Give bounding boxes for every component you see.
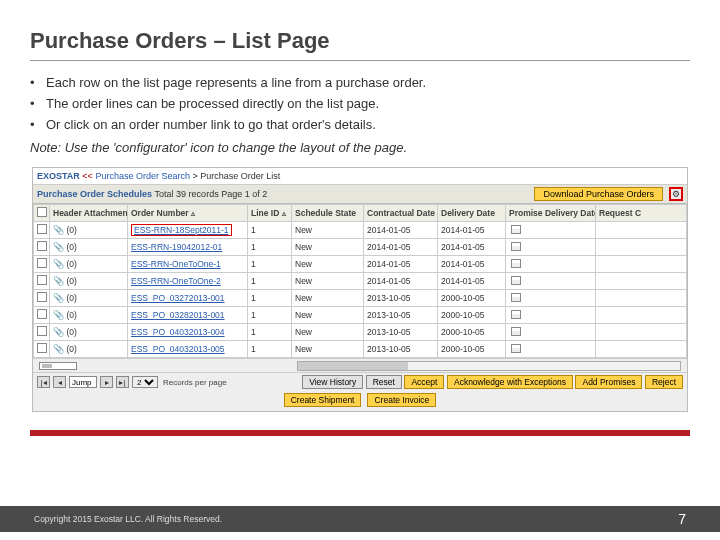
table-row: 📎 (0)ESS-RRN-OneToOne-21New2014-01-05201… <box>34 273 687 290</box>
table-row: 📎 (0)ESS_PO_03272013-0011New2013-10-0520… <box>34 290 687 307</box>
col-header[interactable]: Contractual Date <box>364 205 438 222</box>
row-checkbox[interactable] <box>37 309 47 319</box>
calendar-icon[interactable] <box>511 344 521 353</box>
promise-date-cell[interactable] <box>506 239 596 256</box>
bullet-text: Or click on an order number link to go t… <box>46 117 376 132</box>
attachment-icon[interactable]: 📎 <box>53 225 64 235</box>
page-label: Page <box>221 189 242 199</box>
back-arrows[interactable]: << <box>82 171 93 181</box>
table-row: 📎 (0)ESS_PO_04032013-0041New2013-10-0520… <box>34 324 687 341</box>
schedule-state: New <box>292 256 364 273</box>
promise-date-cell[interactable] <box>506 307 596 324</box>
attachment-icon[interactable]: 📎 <box>53 259 64 269</box>
order-number-link[interactable]: ESS-RRN-OneToOne-2 <box>131 276 221 286</box>
promise-date-cell[interactable] <box>506 256 596 273</box>
col-header[interactable]: Delivery Date <box>438 205 506 222</box>
request-cell <box>596 290 687 307</box>
table-row: 📎 (0)ESS-RRN-OneToOne-11New2014-01-05201… <box>34 256 687 273</box>
row-checkbox[interactable] <box>37 326 47 336</box>
request-cell <box>596 324 687 341</box>
attachment-icon[interactable]: 📎 <box>53 344 64 354</box>
records-per-page-select[interactable]: 20 <box>132 376 158 388</box>
attachment-icon[interactable]: 📎 <box>53 276 64 286</box>
attachment-icon[interactable]: 📎 <box>53 242 64 252</box>
row-checkbox[interactable] <box>37 292 47 302</box>
promise-date-cell[interactable] <box>506 273 596 290</box>
calendar-icon[interactable] <box>511 242 521 251</box>
schedule-state: New <box>292 324 364 341</box>
promise-date-cell[interactable] <box>506 341 596 358</box>
title-bar: Purchase Order Schedules Total 39 record… <box>33 185 687 204</box>
attachment-icon[interactable]: 📎 <box>53 293 64 303</box>
pager-row: |◂ ◂ ▸ ▸| 20 Records per page View Histo… <box>33 372 687 391</box>
next-page-button[interactable]: ▸ <box>100 376 113 388</box>
table-row: 📎 (0)ESS-RRN-18Sept2011-11New2014-01-052… <box>34 222 687 239</box>
row-checkbox[interactable] <box>37 275 47 285</box>
page-jump-input[interactable] <box>69 376 97 388</box>
order-number-link[interactable]: ESS_PO_03282013-001 <box>131 310 225 320</box>
row-checkbox[interactable] <box>37 241 47 251</box>
delivery-date: 2000-10-05 <box>438 290 506 307</box>
acknowledge-with-exceptions-button[interactable]: Acknowledge with Exceptions <box>447 375 573 389</box>
calendar-icon[interactable] <box>511 225 521 234</box>
download-button[interactable]: Download Purchase Orders <box>534 187 663 201</box>
attachment-count: (0) <box>66 310 76 320</box>
horizontal-scroll[interactable] <box>33 358 687 372</box>
col-header[interactable]: Schedule State <box>292 205 364 222</box>
col-header[interactable]: Line ID ▵ <box>248 205 292 222</box>
promise-date-cell[interactable] <box>506 222 596 239</box>
scroll-track[interactable] <box>297 361 681 371</box>
promise-date-cell[interactable] <box>506 324 596 341</box>
footer-bar: Copyright 2015 Exostar LLC. All Rights R… <box>0 506 720 532</box>
line-id: 1 <box>248 341 292 358</box>
calendar-icon[interactable] <box>511 327 521 336</box>
total-label: Total <box>155 189 174 199</box>
contractual-date: 2013-10-05 <box>364 324 438 341</box>
contractual-date: 2014-01-05 <box>364 256 438 273</box>
calendar-icon[interactable] <box>511 293 521 302</box>
calendar-icon[interactable] <box>511 259 521 268</box>
row-checkbox[interactable] <box>37 224 47 234</box>
col-header[interactable]: Header Attachment <box>50 205 128 222</box>
accent-bar <box>30 430 690 436</box>
col-header[interactable]: Order Number ▵ <box>128 205 248 222</box>
breadcrumb: EXOSTAR << Purchase Order Search > Purch… <box>33 168 687 185</box>
attachment-icon[interactable]: 📎 <box>53 327 64 337</box>
row-checkbox[interactable] <box>37 258 47 268</box>
col-header[interactable]: Request C <box>596 205 687 222</box>
table-row: 📎 (0)ESS-RRN-19042012-011New2014-01-0520… <box>34 239 687 256</box>
section-title: Purchase Order Schedules <box>37 189 152 199</box>
order-number-link[interactable]: ESS-RRN-18Sept2011-1 <box>134 225 229 235</box>
promise-date-cell[interactable] <box>506 290 596 307</box>
calendar-icon[interactable] <box>511 310 521 319</box>
line-id: 1 <box>248 307 292 324</box>
attachment-count: (0) <box>66 327 76 337</box>
configurator-icon[interactable]: ⚙ <box>669 187 683 201</box>
create-invoice-button[interactable]: Create Invoice <box>367 393 436 407</box>
records-per-page-label: Records per page <box>163 378 227 387</box>
col-checkbox[interactable] <box>34 205 50 222</box>
col-header[interactable]: Promise Delivery Date <box>506 205 596 222</box>
reset-button[interactable]: Reset <box>366 375 402 389</box>
first-page-button[interactable]: |◂ <box>37 376 50 388</box>
contractual-date: 2013-10-05 <box>364 290 438 307</box>
reject-button[interactable]: Reject <box>645 375 683 389</box>
add-promises-button[interactable]: Add Promises <box>575 375 642 389</box>
view-history-button[interactable]: View History <box>302 375 363 389</box>
calendar-icon[interactable] <box>511 276 521 285</box>
order-number-link[interactable]: ESS-RRN-OneToOne-1 <box>131 259 221 269</box>
row-checkbox[interactable] <box>37 343 47 353</box>
attachment-count: (0) <box>66 344 76 354</box>
order-number-link[interactable]: ESS_PO_04032013-004 <box>131 327 225 337</box>
attachment-icon[interactable]: 📎 <box>53 310 64 320</box>
order-number-link[interactable]: ESS_PO_04032013-005 <box>131 344 225 354</box>
accept-button[interactable]: Accept <box>404 375 444 389</box>
line-id: 1 <box>248 290 292 307</box>
last-page-button[interactable]: ▸| <box>116 376 129 388</box>
bullet-text: Each row on the list page represents a l… <box>46 75 426 90</box>
order-number-link[interactable]: ESS-RRN-19042012-01 <box>131 242 222 252</box>
order-number-link[interactable]: ESS_PO_03272013-001 <box>131 293 225 303</box>
breadcrumb-prev[interactable]: Purchase Order Search <box>95 171 190 181</box>
create-shipment-button[interactable]: Create Shipment <box>284 393 362 407</box>
prev-page-button[interactable]: ◂ <box>53 376 66 388</box>
